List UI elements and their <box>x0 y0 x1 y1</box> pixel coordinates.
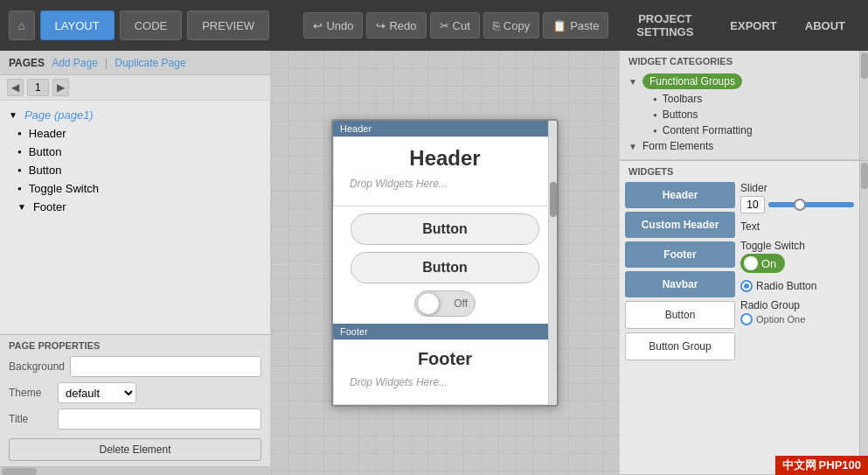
background-input[interactable] <box>70 356 261 377</box>
phone-scrollbar[interactable] <box>548 121 557 405</box>
canvas-button1[interactable]: Button <box>351 213 539 245</box>
categories-section: WIDGET CATEGORIES ▼ Functional Groups ● … <box>620 51 868 161</box>
widget-custom-header-btn[interactable]: Custom Header <box>625 212 735 238</box>
cat-sub-content-formatting[interactable]: ● Content Formatting <box>628 122 851 138</box>
tree-page-label: Page (page1) <box>24 108 94 122</box>
widget-navbar-btn[interactable]: Navbar <box>625 271 735 297</box>
tree-item-header[interactable]: ● Header <box>0 124 270 143</box>
categories-scroll-thumb <box>861 52 868 79</box>
widget-header-content[interactable]: Header Drop Widgets Here... <box>333 136 557 206</box>
cat-form-arrow-icon: ▼ <box>628 142 637 151</box>
tree-footer-expand-icon[interactable]: ▼ <box>17 202 26 212</box>
delete-element-button[interactable]: Delete Element <box>9 438 261 461</box>
main-layout: PAGES Add Page | Duplicate Page ◀ 1 ▶ ▼ … <box>0 51 868 475</box>
cat-item-form[interactable]: ▼ Form Elements <box>628 138 851 154</box>
widget-footer-btn[interactable]: Footer <box>625 241 735 268</box>
tree-item-footer[interactable]: ▼ Footer <box>0 198 270 216</box>
left-horizontal-scrollbar[interactable] <box>0 466 270 475</box>
toggle-on-circle <box>744 256 758 270</box>
widget-radio-group-label: Radio Group <box>740 299 854 311</box>
tree-header-label: Header <box>29 127 66 140</box>
widget-button-group-btn[interactable]: Button Group <box>625 332 735 360</box>
toggle-circle <box>417 292 440 315</box>
page-properties-title: PAGE PROPERTIES <box>9 340 261 351</box>
toggle-off-label: Off <box>454 297 468 310</box>
tree-item-page[interactable]: ▼ Page (page1) <box>0 106 270 124</box>
theme-select[interactable]: default <box>58 382 136 403</box>
widgets-panel-title: WIDGETS <box>625 166 854 177</box>
canvas-toggle[interactable]: Off <box>351 290 539 317</box>
categories-scrollbar[interactable] <box>859 51 868 160</box>
tree-bullet-icon: ● <box>17 166 22 174</box>
scroll-thumb <box>2 468 37 475</box>
php100-logo: 中文网 PHP100 <box>775 456 868 475</box>
redo-button[interactable]: ↪ Redo <box>366 12 426 38</box>
header-drop-zone[interactable]: Drop Widgets Here... <box>343 171 547 197</box>
tree-item-button1[interactable]: ● Button <box>0 143 270 161</box>
title-input[interactable] <box>58 409 261 430</box>
toolbar-right: PROJECT SETTINGS EXPORT ABOUT <box>614 10 859 40</box>
about-button[interactable]: ABOUT <box>791 10 859 40</box>
footer-drop-zone[interactable]: Drop Widgets Here... <box>343 369 547 395</box>
widget-radio-label: Radio Button <box>756 280 816 292</box>
theme-label: Theme <box>9 387 52 399</box>
radio-group-row[interactable]: Option One <box>740 313 854 325</box>
home-button[interactable]: ⌂ <box>9 10 35 40</box>
export-button[interactable]: EXPORT <box>716 10 790 40</box>
slider-track[interactable] <box>768 202 854 207</box>
tree-footer-label: Footer <box>33 200 66 213</box>
radio-row[interactable]: Radio Button <box>740 280 854 292</box>
toggle-knob[interactable]: Off <box>414 290 476 317</box>
undo-icon: ↩ <box>313 19 323 32</box>
toggle-right-control[interactable]: On <box>740 254 854 273</box>
cat-sub-buttons[interactable]: ● Buttons <box>628 107 851 122</box>
slider-thumb[interactable] <box>794 199 806 211</box>
cut-button[interactable]: ✂ Cut <box>430 12 480 38</box>
widget-radio-group-item: Radio Group Option One <box>740 299 854 325</box>
tab-code[interactable]: CODE <box>120 10 183 40</box>
widget-header-btn[interactable]: Header <box>625 182 735 208</box>
widget-radio-item: Radio Button <box>740 280 854 292</box>
radio-icon[interactable] <box>740 280 753 292</box>
toolbar: ⌂ LAYOUT CODE PREVIEW ↩ Undo ↪ Redo ✂ Cu… <box>0 0 868 51</box>
slider-container: 10 <box>740 196 854 213</box>
widget-button-btn[interactable]: Button <box>625 301 735 329</box>
widget-slider-item: Slider 10 <box>740 182 854 213</box>
next-page-arrow[interactable]: ▶ <box>52 79 69 96</box>
canvas-button2[interactable]: Button <box>351 252 539 283</box>
widgets-right-col: Slider 10 Text <box>740 182 854 360</box>
tree-item-button2[interactable]: ● Button <box>0 161 270 179</box>
toggle-on-switch[interactable]: On <box>740 254 785 273</box>
background-label: Background <box>9 360 65 373</box>
tab-preview[interactable]: PREVIEW <box>187 10 269 40</box>
radio-inner-dot <box>744 283 749 289</box>
widget-categories: WIDGET CATEGORIES ▼ Functional Groups ● … <box>620 51 859 160</box>
widget-categories-title: WIDGET CATEGORIES <box>628 56 851 66</box>
cat-item-functional[interactable]: ▼ Functional Groups <box>628 72 851 91</box>
copy-button[interactable]: ⎘ Copy <box>483 12 539 38</box>
tree-expand-icon[interactable]: ▼ <box>9 110 17 120</box>
page-navigator: ◀ 1 ▶ <box>0 75 270 101</box>
undo-button[interactable]: ↩ Undo <box>303 12 363 38</box>
cat-sub-toolbars[interactable]: ● Toolbars <box>628 91 851 107</box>
radio-group-icon[interactable] <box>740 313 753 325</box>
add-page-link[interactable]: Add Page <box>52 57 98 69</box>
tree-item-toggle[interactable]: ● Toggle Switch <box>0 179 270 198</box>
project-settings-button[interactable]: PROJECT SETTINGS <box>614 10 716 40</box>
prev-page-arrow[interactable]: ◀ <box>7 79 24 96</box>
cat-functional-label[interactable]: Functional Groups <box>642 73 742 89</box>
page-properties: PAGE PROPERTIES Background Theme default… <box>0 334 270 466</box>
footer-title: Footer <box>343 349 547 369</box>
duplicate-page-link[interactable]: Duplicate Page <box>115 57 185 69</box>
left-panel: PAGES Add Page | Duplicate Page ◀ 1 ▶ ▼ … <box>0 51 271 475</box>
copy-icon: ⎘ <box>493 19 500 32</box>
paste-button[interactable]: 📋 Paste <box>543 12 608 38</box>
cat-expand-icon: ▼ <box>628 77 637 87</box>
cat-bullet-icon: ● <box>653 127 657 135</box>
cat-content-label: Content Formatting <box>663 124 753 136</box>
widget-footer-content[interactable]: Footer Drop Widgets Here... <box>333 339 557 405</box>
widgets-scrollbar[interactable] <box>859 161 868 474</box>
php100-label: PHP100 <box>819 458 861 472</box>
tab-layout[interactable]: LAYOUT <box>40 10 115 40</box>
cat-bullet-icon: ● <box>653 111 657 119</box>
